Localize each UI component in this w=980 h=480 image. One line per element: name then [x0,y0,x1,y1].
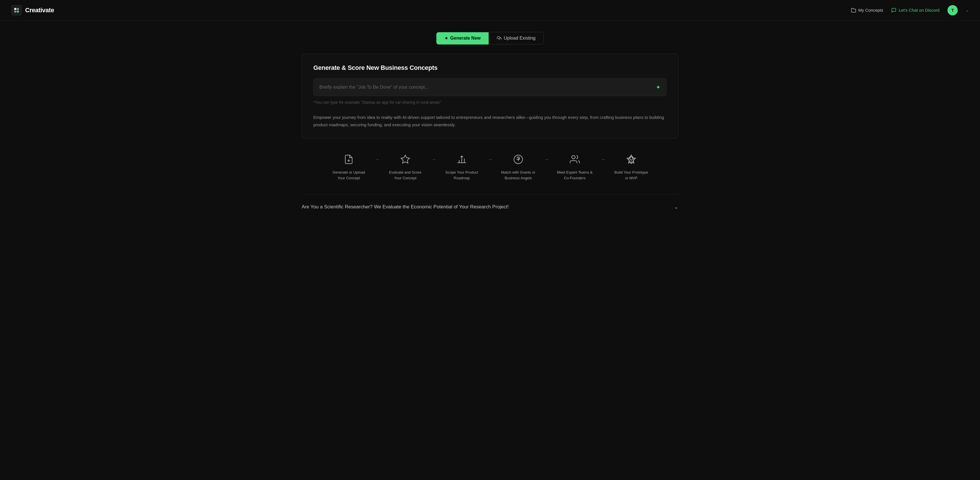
step-grants: Match with Grants or Business Angels [493,152,544,181]
researcher-chevron-icon: ⌄ [674,204,678,210]
description-text: Empower your journey from idea to realit… [313,114,667,128]
step-evaluate-label: Evaluate and Score Your Concept [387,170,424,181]
avatar-chevron-icon[interactable]: ⌄ [966,8,969,12]
chat-icon [891,8,896,13]
step-teams: Meet Expert-Teams & Co-Founders [549,152,600,181]
svg-rect-2 [14,10,16,12]
step-prototype: Build Your Prototype or MVP [606,152,657,181]
arrow-5: → [600,152,606,163]
my-concepts-link[interactable]: My Concepts [851,8,883,13]
discord-label: Let's Chat on Discord [899,8,939,13]
step-generate-label: Generate or Upload Your Concept [330,170,367,181]
concept-input-area[interactable]: Briefly explain the "Job To Be Done" of … [313,78,667,96]
folder-icon [851,8,856,13]
my-concepts-label: My Concepts [858,8,883,13]
step-roadmap: Scope Your Product Roadmap [436,152,487,181]
svg-rect-0 [14,8,16,10]
step-prototype-label: Build Your Prototype or MVP [613,170,650,181]
steps-row: Generate or Upload Your Concept → Evalua… [302,152,678,181]
concept-input-placeholder: Briefly explain the "Job To Be Done" of … [319,85,429,90]
upload-existing-tab[interactable]: Upload Existing [488,32,544,44]
researcher-text: Are You a Scientific Researcher? We Eval… [302,204,509,210]
step-generate: Generate or Upload Your Concept [323,152,374,181]
step-grants-label: Match with Grants or Business Angels [500,170,537,181]
svg-point-16 [630,157,633,160]
upload-existing-label: Upload Existing [504,36,535,41]
input-sparkle-icon: ✦ [656,84,661,90]
card-title: Generate & Score New Business Concepts [313,64,667,71]
evaluate-step-icon [398,152,412,166]
arrow-2: → [431,152,436,163]
grants-step-icon [511,152,525,166]
step-roadmap-label: Scope Your Product Roadmap [443,170,480,181]
arrow-4: → [544,152,549,163]
main-content: ✦ Generate New Upload Existing Generate … [290,21,690,227]
roadmap-step-icon [455,152,469,166]
svg-rect-1 [17,8,19,10]
logo-icon [11,5,22,15]
brand-name: Creativate [25,6,54,14]
generate-new-label: Generate New [450,36,481,41]
generate-sparkle-icon: ✦ [444,36,448,41]
arrow-3: → [487,152,493,163]
researcher-banner[interactable]: Are You a Scientific Researcher? We Eval… [302,195,678,210]
avatar[interactable]: T [947,5,958,15]
prototype-step-icon [624,152,638,166]
header: Creativate My Concepts Let's Chat on Dis… [0,0,980,21]
svg-point-15 [572,156,575,159]
step-evaluate: Evaluate and Score Your Concept [380,152,431,181]
generate-step-icon [342,152,356,166]
teams-step-icon [568,152,582,166]
arrow-1: → [374,152,380,163]
upload-icon [497,36,501,40]
header-right: My Concepts Let's Chat on Discord T ⌄ [851,5,969,15]
svg-marker-7 [401,155,409,163]
generate-new-tab[interactable]: ✦ Generate New [436,32,489,44]
svg-rect-3 [17,10,19,12]
discord-link[interactable]: Let's Chat on Discord [891,8,939,13]
input-hint: *You can type for example "Startup an ap… [313,100,667,105]
step-teams-label: Meet Expert-Teams & Co-Founders [556,170,593,181]
logo-area: Creativate [11,5,54,15]
tabs-row: ✦ Generate New Upload Existing [302,32,678,44]
concept-card: Generate & Score New Business Concepts B… [302,54,678,139]
